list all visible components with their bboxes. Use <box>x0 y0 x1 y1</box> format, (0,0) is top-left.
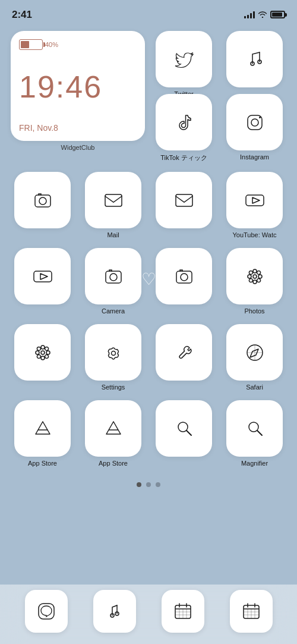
app-appstore2[interactable]: App Store <box>11 400 74 467</box>
app-youtube[interactable]: YouTube: Watc <box>223 172 286 238</box>
svg-rect-15 <box>176 271 192 283</box>
app-mail-label: Mail <box>107 231 119 238</box>
svg-point-19 <box>253 280 257 284</box>
svg-point-28 <box>41 356 45 360</box>
svg-rect-8 <box>176 194 192 206</box>
page-dot-2[interactable] <box>146 482 151 487</box>
svg-point-20 <box>248 275 251 278</box>
svg-point-30 <box>46 351 50 354</box>
svg-point-25 <box>249 278 252 282</box>
app-instagram[interactable]: Instagram <box>223 94 286 162</box>
app-settings[interactable]: Settings <box>81 324 145 391</box>
svg-point-32 <box>45 354 48 358</box>
svg-point-16 <box>181 274 188 281</box>
app-mail2[interactable] <box>152 172 216 238</box>
svg-point-22 <box>249 271 252 274</box>
svg-line-42 <box>257 431 262 435</box>
app-tiktok-label: TikTok ティック <box>160 153 207 162</box>
svg-line-40 <box>187 431 191 435</box>
app-photos[interactable]: Photos <box>223 248 286 315</box>
dock <box>0 585 297 644</box>
status-icons <box>244 10 285 20</box>
svg-point-14 <box>110 274 117 281</box>
app-photos2[interactable] <box>11 324 74 391</box>
battery-widget: 40% <box>19 39 137 50</box>
svg-rect-7 <box>105 194 122 206</box>
app-settings-label: Settings <box>102 384 125 391</box>
dock-line[interactable] <box>25 590 68 633</box>
svg-point-4 <box>259 117 261 118</box>
svg-point-18 <box>253 269 257 273</box>
svg-point-6 <box>39 197 46 205</box>
app-camera[interactable]: Camera <box>81 248 145 315</box>
svg-point-17 <box>253 275 257 278</box>
app-mail[interactable]: Mail <box>81 172 145 238</box>
page-dots <box>0 473 297 493</box>
svg-marker-12 <box>40 274 48 279</box>
page-dot-1[interactable] <box>137 482 141 487</box>
svg-point-3 <box>251 119 258 126</box>
dock-calendar[interactable] <box>162 590 204 633</box>
svg-point-27 <box>41 345 45 349</box>
app-youtube-label: YouTube: Watc <box>233 231 277 238</box>
widget-club[interactable]: 40% 19:46 FRI, Nov.8 WidgetClub <box>11 31 145 151</box>
battery-icon <box>270 11 285 18</box>
widget-time: 19:46 <box>19 71 137 102</box>
svg-rect-5 <box>35 195 50 207</box>
svg-point-35 <box>111 351 115 355</box>
widget-date: FRI, Nov.8 <box>19 123 137 133</box>
svg-rect-13 <box>106 271 121 283</box>
app-music[interactable] <box>223 31 286 98</box>
svg-marker-10 <box>252 197 260 203</box>
svg-point-26 <box>41 351 45 354</box>
dock-calendar2[interactable] <box>230 590 273 633</box>
svg-rect-9 <box>246 195 264 206</box>
app-magnifier-label: Magnifier <box>241 460 268 467</box>
app-appstore2-label: App Store <box>28 460 57 467</box>
wifi-icon <box>258 10 267 20</box>
svg-point-31 <box>37 347 40 350</box>
app-magnifier[interactable]: Magnifier <box>223 400 286 467</box>
signal-icon <box>244 11 255 18</box>
app-safari[interactable]: Safari <box>223 324 286 391</box>
app-twitter[interactable]: Twitter <box>152 31 216 98</box>
widget-label: WidgetClub <box>11 144 145 151</box>
battery-percent: 40% <box>45 41 58 48</box>
app-tiktok[interactable]: TikTok ティック <box>152 94 216 162</box>
svg-point-33 <box>45 347 48 350</box>
app-safari-label: Safari <box>246 384 263 391</box>
svg-rect-11 <box>34 271 52 282</box>
app-appstore[interactable]: App Store <box>81 400 145 467</box>
svg-point-29 <box>36 351 39 354</box>
app-play[interactable] <box>11 248 74 315</box>
app-camera2[interactable] <box>11 172 74 238</box>
dock-music[interactable] <box>93 590 136 633</box>
status-bar: 2:41 <box>0 0 297 26</box>
app-camera-label: Camera <box>102 307 125 315</box>
app-settings2[interactable] <box>152 324 216 391</box>
page-dot-3[interactable] <box>156 482 160 487</box>
status-time: 2:41 <box>12 9 32 21</box>
svg-point-21 <box>258 275 262 278</box>
svg-point-24 <box>257 271 260 274</box>
app-appstore-label: App Store <box>99 460 128 467</box>
svg-point-34 <box>37 354 40 358</box>
app-camera3[interactable] <box>152 248 216 315</box>
app-magnifier2[interactable] <box>152 400 216 467</box>
svg-point-23 <box>257 278 260 282</box>
app-photos-label: Photos <box>244 307 264 315</box>
app-instagram-label: Instagram <box>240 153 269 161</box>
